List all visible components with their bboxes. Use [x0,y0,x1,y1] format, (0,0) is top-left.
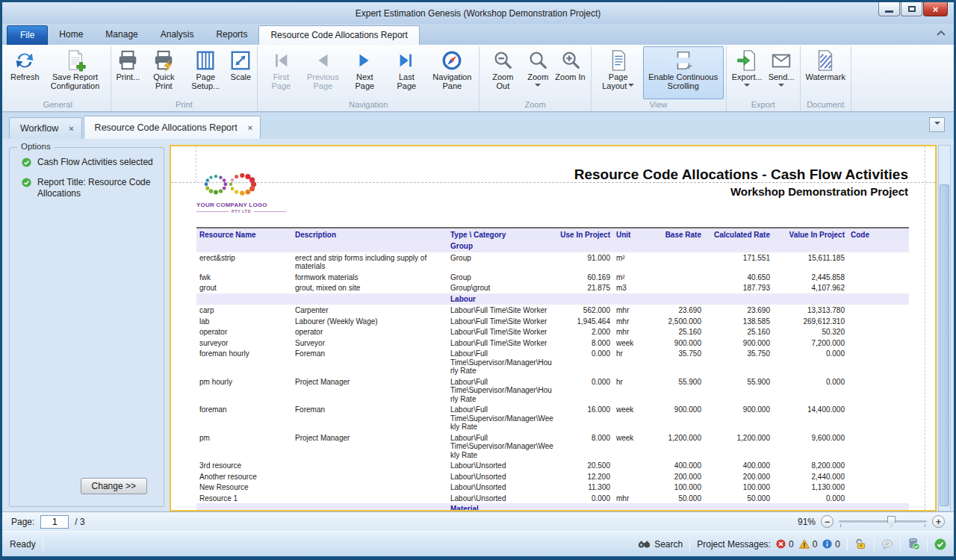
navigation-pane-button[interactable]: Navigation Pane [427,46,477,99]
table-row: 3rd resourceLabour\Unsorted20.500400.000… [196,460,909,471]
dropdown-arrow-icon [628,84,634,90]
warning-messages[interactable]: 0 [799,539,818,550]
cell [848,326,909,337]
save-report-configuration-button[interactable]: Save Report Configuration [43,46,108,99]
cell: foreman [196,404,292,432]
tab-manage[interactable]: Manage [94,25,149,45]
cell [292,471,447,482]
page-layout-icon [607,49,630,72]
cell: 50.000 [645,493,704,504]
cell: m3 [613,282,645,293]
change-button[interactable]: Change >> [81,478,147,494]
cell [848,337,909,349]
cell [848,493,909,504]
tab-reports[interactable]: Reports [205,25,258,45]
cell: 0.000 [773,376,848,405]
column-header: Type \ Category [447,228,556,240]
option-item-report-title: Report Title: Resource Code Allocations [10,168,164,199]
next-page-button[interactable]: Next Page [344,46,385,99]
cell: mhr [613,316,645,327]
zoom-out-button[interactable]: Zoom Out [482,46,524,99]
info-icon [822,539,832,549]
cell: Labourer (Weekly Wage) [292,316,447,327]
refresh-button[interactable]: Refresh [7,46,43,99]
tab-home[interactable]: Home [48,25,94,45]
cell: pm [196,432,292,461]
zoom-slider[interactable] [839,515,927,528]
zoom-in-slider-button[interactable]: + [932,515,945,528]
quick-print-icon [152,49,175,72]
database-status-button[interactable] [907,538,920,550]
close-button[interactable]: × [923,2,948,16]
enable-continuous-scrolling-button[interactable]: Enable Continuous Scrolling [643,46,724,99]
page-layout-button[interactable]: Page Layout [594,46,643,99]
minimize-button[interactable] [878,2,900,16]
zoom-out-slider-button[interactable]: − [821,515,834,528]
last-page-button[interactable]: Last Page [385,46,427,99]
doc-tab-resource-code-allocations-report[interactable]: Resource Code Allocations Report × [84,116,261,139]
scrollbar-thumb[interactable] [940,184,949,506]
infinity-dots-logo-icon [196,170,265,200]
page-setup-icon [194,49,217,72]
zoom-button[interactable]: Zoom [524,46,552,99]
options-panel: Options Cash Flow Activities selected Re… [9,147,164,507]
status-ready: Ready [10,539,36,550]
watermark-button[interactable]: Watermark [803,46,848,99]
error-messages[interactable]: 0 [776,539,794,550]
cell: carp [196,305,292,316]
cell [645,503,704,511]
cell: mhr [613,305,645,316]
tab-list-dropdown-button[interactable] [929,117,945,132]
zoom-in-button[interactable]: Zoom In [552,46,588,99]
error-icon [776,539,786,549]
close-tab-icon[interactable]: × [69,124,73,133]
cell: m² [613,272,645,283]
first-page-icon [271,49,291,72]
print-button[interactable]: Print... [114,46,143,99]
cell: 21.875 [556,282,613,293]
cell: Group\grout [447,282,556,293]
tab-file[interactable]: File [7,25,48,45]
info-messages[interactable]: 0 [822,539,840,550]
category-row: Material [196,503,909,511]
lock-status-button[interactable] [854,538,867,550]
cell: 900.000 [704,337,773,349]
cell: 0.000 [556,376,613,405]
cell: mhr [613,326,645,337]
cell: 20.500 [556,460,613,471]
collapse-ribbon-button[interactable] [936,29,946,37]
maximize-button[interactable] [901,2,922,16]
comments-button[interactable] [881,539,893,550]
quick-print-button[interactable]: Quick Print [143,46,184,99]
table-row: operatoroperatorLabour\Full Time\Site Wo… [196,326,909,337]
slider-thumb[interactable] [887,516,896,527]
tab-analysis[interactable]: Analysis [149,25,205,45]
page-number-input[interactable] [40,515,69,529]
close-tab-icon[interactable]: × [248,123,252,132]
export-button[interactable]: Export... [729,46,766,99]
cell: 23.690 [645,305,704,316]
warning-icon [799,539,810,549]
cell: Carpenter [292,305,447,316]
resource-allocations-table: Resource NameDescriptionType \ CategoryU… [196,227,909,511]
group-label-document: Document [803,99,848,111]
table-row: surveyorSurveyorLabour\Full Time\Site Wo… [196,337,909,349]
options-panel-title: Options [17,142,55,151]
cell [196,240,292,252]
table-row: pmProject ManagerLabour\Full Time\Superv… [196,432,909,461]
tab-resource-code-allocations-report[interactable]: Resource Code Allocations Report [258,25,419,45]
send-button[interactable]: Send... [766,46,798,99]
cell: 55.900 [704,376,773,405]
group-label-general: General [7,99,108,111]
search-button[interactable]: Search [638,539,683,550]
scale-button[interactable]: Scale [226,46,255,99]
table-row: labLabourer (Weekly Wage)Labour\Full Tim… [196,316,909,327]
binoculars-search-icon [638,539,651,549]
page-setup-button[interactable]: Page Setup... [184,46,226,99]
last-page-icon [397,49,416,72]
cell: grout, mixed on site [292,282,447,293]
ribbon-group-export: Export... Send... Export [727,46,801,111]
doc-tab-workflow[interactable]: Workflow × [9,117,82,139]
cell [645,293,704,305]
vertical-scrollbar[interactable] [938,145,951,511]
